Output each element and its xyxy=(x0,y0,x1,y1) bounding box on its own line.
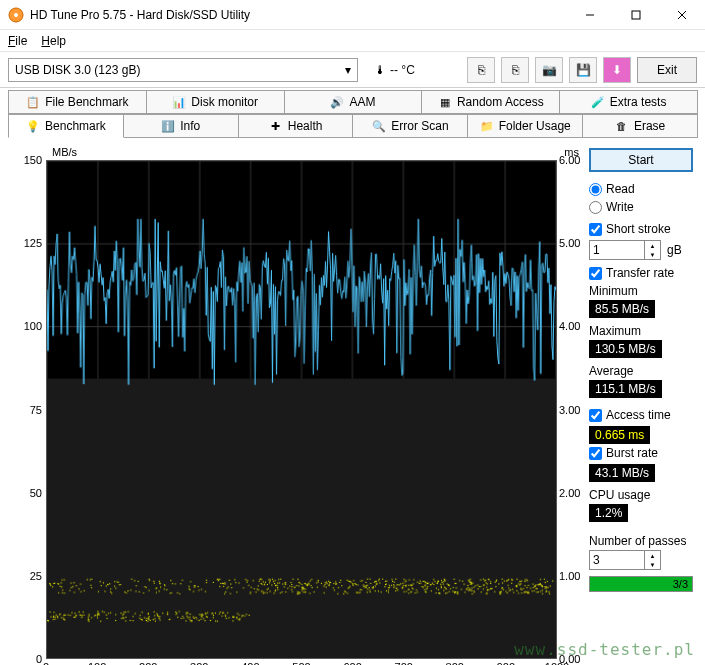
chart-area: MB/s ms 1501251007550250 6.005.004.003.0… xyxy=(12,148,579,665)
app-icon xyxy=(8,7,24,23)
svg-rect-3 xyxy=(632,11,640,19)
temperature-display: 🌡 -- °C xyxy=(374,63,415,77)
short-stroke-input[interactable] xyxy=(589,240,645,260)
minimize-button[interactable] xyxy=(567,0,613,29)
maximum-value: 130.5 MB/s xyxy=(589,340,662,358)
menu-help[interactable]: Help xyxy=(41,34,66,48)
cpu-usage-value: 1.2% xyxy=(589,504,628,522)
random-access-icon: ▦ xyxy=(438,95,452,109)
copy-button[interactable]: ⎘ xyxy=(467,57,495,83)
write-radio[interactable] xyxy=(589,201,602,214)
minimum-value: 85.5 MB/s xyxy=(589,300,655,318)
save-button[interactable]: 💾 xyxy=(569,57,597,83)
copy-icon: ⎘ xyxy=(478,63,485,77)
window-title: HD Tune Pro 5.75 - Hard Disk/SSD Utility xyxy=(30,8,567,22)
burst-rate-checkbox[interactable] xyxy=(589,447,602,460)
erase-icon: 🗑 xyxy=(615,119,629,133)
transfer-rate-checkbox[interactable] xyxy=(589,267,602,280)
toolbar: USB DISK 3.0 (123 gB) ▾ 🌡 -- °C ⎘ ⎘ 📷 💾 … xyxy=(0,52,705,88)
file-benchmark-icon: 📋 xyxy=(26,95,40,109)
burst-rate-value: 43.1 MB/s xyxy=(589,464,655,482)
passes-progress: 3/3 xyxy=(589,576,693,592)
disk-monitor-icon: 📊 xyxy=(172,95,186,109)
copy2-button[interactable]: ⎘ xyxy=(501,57,529,83)
maximum-label: Maximum xyxy=(589,324,693,338)
aam-icon: 🔊 xyxy=(330,95,344,109)
options-button[interactable]: ⬇ xyxy=(603,57,631,83)
passes-input[interactable] xyxy=(589,550,645,570)
tab-random-access[interactable]: ▦Random Access xyxy=(421,90,560,114)
save-icon: 💾 xyxy=(576,63,591,77)
copy-icon: ⎘ xyxy=(512,63,519,77)
passes-progress-text: 3/3 xyxy=(673,577,688,591)
access-time-checkbox[interactable] xyxy=(589,409,602,422)
svg-point-1 xyxy=(14,13,18,17)
benchmark-icon: 💡 xyxy=(26,119,40,133)
average-value: 115.1 MB/s xyxy=(589,380,662,398)
short-stroke-unit: gB xyxy=(667,243,682,257)
y-ticks-left: 1501251007550250 xyxy=(12,160,44,659)
maximize-button[interactable] xyxy=(613,0,659,29)
cpu-usage-label: CPU usage xyxy=(589,488,693,502)
tab-health[interactable]: ✚Health xyxy=(238,114,354,138)
passes-label: Number of passes xyxy=(589,534,693,548)
close-button[interactable] xyxy=(659,0,705,29)
tab-extra-tests[interactable]: 🧪Extra tests xyxy=(559,90,698,114)
tab-disk-monitor[interactable]: 📊Disk monitor xyxy=(146,90,285,114)
average-label: Average xyxy=(589,364,693,378)
info-icon: ℹ️ xyxy=(161,119,175,133)
chevron-down-icon: ▾ xyxy=(345,63,351,77)
screenshot-button[interactable]: 📷 xyxy=(535,57,563,83)
tab-benchmark[interactable]: 💡Benchmark xyxy=(8,114,124,138)
tab-folder-usage[interactable]: 📁Folder Usage xyxy=(467,114,583,138)
tabs-row-2: 💡Benchmarkℹ️Info✚Health🔍Error Scan📁Folde… xyxy=(8,114,697,138)
drive-select-value: USB DISK 3.0 (123 gB) xyxy=(15,63,140,77)
health-icon: ✚ xyxy=(269,119,283,133)
extra-tests-icon: 🧪 xyxy=(591,95,605,109)
write-label: Write xyxy=(606,200,634,214)
error-scan-icon: 🔍 xyxy=(372,119,386,133)
drive-select[interactable]: USB DISK 3.0 (123 gB) ▾ xyxy=(8,58,358,82)
access-time-label: Access time xyxy=(606,408,671,422)
short-stroke-label: Short stroke xyxy=(606,222,671,236)
x-ticks: 01002003004005006007008009001000 xyxy=(46,661,557,665)
tab-info[interactable]: ℹ️Info xyxy=(123,114,239,138)
tab-error-scan[interactable]: 🔍Error Scan xyxy=(352,114,468,138)
exit-button[interactable]: Exit xyxy=(637,57,697,83)
benchmark-chart xyxy=(46,160,557,659)
down-arrow-icon: ⬇ xyxy=(612,63,622,77)
short-stroke-checkbox[interactable] xyxy=(589,223,602,236)
transfer-rate-label: Transfer rate xyxy=(606,266,674,280)
tab-file-benchmark[interactable]: 📋File Benchmark xyxy=(8,90,147,114)
folder-usage-icon: 📁 xyxy=(480,119,494,133)
side-panel: Start Read Write Short stroke ▲▼ gB Tran… xyxy=(589,148,693,665)
tabs-row-1: 📋File Benchmark📊Disk monitor🔊AAM▦Random … xyxy=(8,90,697,114)
tab-aam[interactable]: 🔊AAM xyxy=(284,90,423,114)
titlebar: HD Tune Pro 5.75 - Hard Disk/SSD Utility xyxy=(0,0,705,30)
y-ticks-right: 6.005.004.003.002.001.000.00 xyxy=(557,160,583,659)
passes-spinner[interactable]: ▲▼ xyxy=(645,550,661,570)
camera-icon: 📷 xyxy=(542,63,557,77)
temperature-value: -- °C xyxy=(390,63,415,77)
thermometer-icon: 🌡 xyxy=(374,63,386,77)
watermark: www.ssd-tester.pl xyxy=(514,640,695,659)
read-radio[interactable] xyxy=(589,183,602,196)
minimum-label: Minimum xyxy=(589,284,693,298)
y-axis-left-label: MB/s xyxy=(52,146,77,158)
short-stroke-spinner[interactable]: ▲▼ xyxy=(645,240,661,260)
menu-file[interactable]: File xyxy=(8,34,27,48)
start-button[interactable]: Start xyxy=(589,148,693,172)
tab-erase[interactable]: 🗑Erase xyxy=(582,114,698,138)
read-label: Read xyxy=(606,182,635,196)
menubar: File Help xyxy=(0,30,705,52)
burst-rate-label: Burst rate xyxy=(606,446,658,460)
access-time-value: 0.665 ms xyxy=(589,426,650,444)
